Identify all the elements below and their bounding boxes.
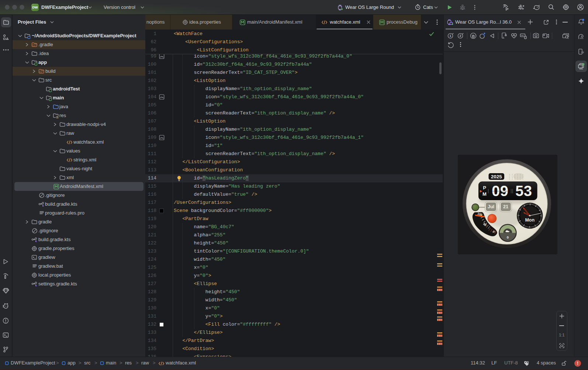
svg-text:Mon: Mon <box>525 217 535 223</box>
svg-text:53: 53 <box>515 183 532 199</box>
svg-text:M: M <box>482 191 487 197</box>
svg-text:21: 21 <box>503 204 508 209</box>
svg-text:1: 1 <box>449 34 451 38</box>
svg-text:2: 2 <box>459 34 461 38</box>
svg-text:Jul: Jul <box>488 204 494 209</box>
svg-text:2025: 2025 <box>491 174 502 179</box>
svg-text:09: 09 <box>492 183 509 199</box>
svg-text:0: 0 <box>507 235 509 239</box>
svg-text:P: P <box>483 185 486 191</box>
